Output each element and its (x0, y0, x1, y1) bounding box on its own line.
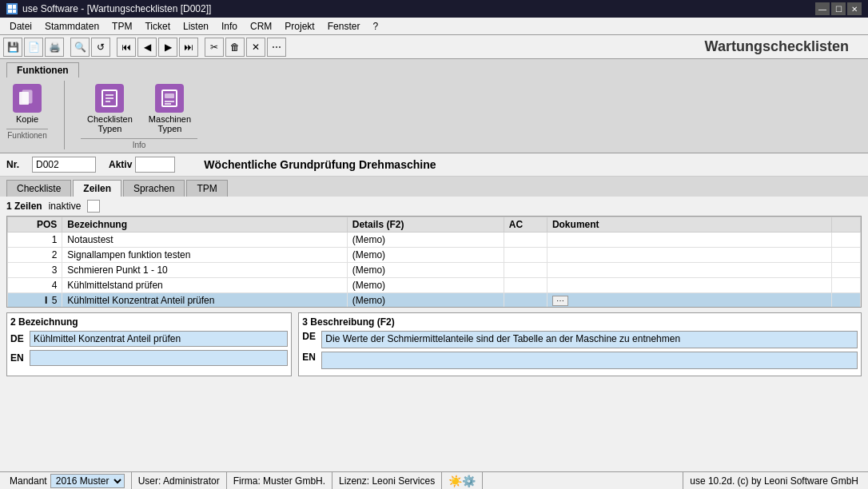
status-firma: Firma: Muster GmbH. (227, 472, 332, 489)
menu-bar: Datei Stammdaten TPM Ticket Listen Info … (0, 18, 868, 35)
row1-details: (Memo) (347, 233, 504, 248)
table-row[interactable]: 1 Notaustest (Memo) (8, 233, 861, 248)
close-button[interactable]: ✕ (847, 2, 862, 15)
status-icons[interactable]: ☀️ ⚙️ (442, 472, 483, 489)
section-beschreibung: 3 Beschreibung (F2) DE Die Werte der Sch… (298, 312, 862, 376)
zeilen-section-label: 1 Zeilen (6, 201, 42, 212)
row1-arrow (832, 233, 861, 248)
cut-button[interactable]: ✂ (205, 38, 224, 57)
menu-info[interactable]: Info (215, 19, 244, 34)
section2-de-input[interactable] (30, 331, 288, 347)
cancel-button[interactable]: ✕ (246, 38, 265, 57)
status-user: User: Administrator (132, 472, 227, 489)
row3-dokument (547, 263, 831, 278)
menu-datei[interactable]: Datei (3, 19, 38, 34)
more-button[interactable]: ⋯ (267, 38, 286, 57)
section3-en-textarea[interactable] (321, 352, 858, 369)
tab-zeilen[interactable]: Zeilen (73, 180, 121, 197)
kopie-icon (13, 84, 42, 113)
last-button[interactable]: ⏭ (179, 38, 198, 57)
maschinen-typen-button[interactable]: MaschinenTypen (142, 81, 197, 137)
menu-listen[interactable]: Listen (177, 19, 215, 34)
mandant-select[interactable]: 2016 Muster (50, 474, 125, 488)
svg-rect-1 (22, 90, 32, 103)
tab-content: 1 Zeilen inaktive POS Bezeichnung Detail… (0, 197, 868, 489)
ribbon: Funktionen Kopie Funktione (0, 59, 868, 153)
menu-fenster[interactable]: Fenster (321, 19, 367, 34)
title-bar-controls[interactable]: — ☐ ✕ (815, 2, 862, 15)
row3-ac (504, 263, 547, 278)
row5-pos: I 5 (8, 293, 62, 308)
row4-details: (Memo) (347, 278, 504, 293)
zeilen-table: POS Bezeichnung Details (F2) AC Dokument… (7, 217, 861, 308)
print-button[interactable]: 🖨️ (45, 38, 64, 57)
kopie-label: Kopie (16, 114, 38, 124)
row2-ac (504, 248, 547, 263)
inaktive-label: inaktive (49, 201, 82, 212)
save-button[interactable]: 💾 (3, 38, 22, 57)
row4-bezeichnung: Kühlmittelstand prüfen (62, 278, 347, 293)
minimize-button[interactable]: — (815, 2, 830, 15)
inaktive-checkbox[interactable] (87, 200, 100, 213)
bottom-sections: 2 Bezeichnung DE EN 3 Beschreibung (F2) … (6, 312, 862, 376)
delete-button[interactable]: 🗑 (225, 38, 245, 57)
section3-lang-de: DE (302, 331, 318, 342)
refresh-button[interactable]: ↺ (91, 38, 110, 57)
ribbon-tab-funktionen[interactable]: Funktionen (6, 62, 79, 78)
kopie-button[interactable]: Kopie (6, 81, 48, 127)
row2-dokument (547, 248, 831, 263)
form-title: Wöchentliche Grundprüfung Drehmaschine (204, 158, 436, 171)
settings-icon[interactable]: ⚙️ (462, 475, 476, 487)
prev-button[interactable]: ◀ (137, 38, 157, 57)
form-area: Nr. Aktiv Wöchentliche Grundprüfung Dreh… (0, 153, 868, 177)
restore-button[interactable]: ☐ (831, 2, 846, 15)
menu-stammdaten[interactable]: Stammdaten (38, 19, 106, 34)
app-logo (6, 3, 18, 14)
table-row[interactable]: 4 Kühlmittelstand prüfen (Memo) (8, 278, 861, 293)
menu-help[interactable]: ? (366, 19, 384, 34)
menu-ticket[interactable]: Ticket (138, 19, 177, 34)
zeilen-header: 1 Zeilen inaktive (6, 200, 862, 213)
more-dokument-button[interactable]: ⋯ (552, 296, 568, 306)
checklisten-typen-label: ChecklistenTypen (87, 114, 133, 133)
checklisten-typen-button[interactable]: ChecklistenTypen (81, 81, 139, 137)
row1-bezeichnung: Notaustest (62, 233, 347, 248)
checklisten-icon (95, 84, 124, 113)
col-header-details: Details (F2) (347, 217, 504, 233)
section3-de-textarea[interactable]: Die Werte der Schmiermittelanteile sind … (321, 331, 858, 348)
menu-projekt[interactable]: Projekt (278, 19, 321, 34)
new-button[interactable]: 📄 (24, 38, 43, 57)
table-row[interactable]: 2 Signallampen funktion testen (Memo) (8, 248, 861, 263)
ribbon-group-info: ChecklistenTypen MaschinenTypen (81, 81, 197, 149)
aktiv-checkbox[interactable] (135, 157, 175, 173)
status-version: use 10.2d. (c) by Leoni Software GmbH (683, 472, 865, 489)
search-button[interactable]: 🔍 (70, 38, 90, 57)
row5-details: (Memo) (347, 293, 504, 308)
row2-bezeichnung: Signallampen funktion testen (62, 248, 347, 263)
title-bar-text: use Software - [Wartungschecklisten [D00… (22, 3, 211, 14)
toolbar-title: Wartungschecklisten (705, 38, 865, 55)
nr-label: Nr. (6, 159, 19, 170)
nr-input[interactable] (32, 157, 96, 173)
tab-checkliste[interactable]: Checkliste (6, 180, 71, 197)
menu-tpm[interactable]: TPM (106, 19, 138, 34)
section2-en-input[interactable] (30, 350, 288, 366)
table-row-selected[interactable]: I 5 Kühlmittel Konzentrat Anteil prüfen … (8, 293, 861, 308)
tab-sprachen[interactable]: Sprachen (123, 180, 185, 197)
col-header-arrow (832, 217, 861, 233)
table-row[interactable]: 3 Schmieren Punkt 1 - 10 (Memo) (8, 263, 861, 278)
row5-dokument: ⋯ (547, 293, 831, 308)
toolbar: 💾 📄 🖨️ 🔍 ↺ ⏮ ◀ ▶ ⏭ ✂ 🗑 ✕ ⋯ Wartungscheck… (0, 35, 868, 59)
next-button[interactable]: ▶ (158, 38, 177, 57)
tabs-bar: Checkliste Zeilen Sprachen TPM (0, 177, 868, 197)
sun-icon[interactable]: ☀️ (448, 475, 462, 487)
tab-tpm[interactable]: TPM (186, 180, 227, 197)
first-button[interactable]: ⏮ (117, 38, 136, 57)
row3-pos: 3 (8, 263, 62, 278)
svg-rect-7 (165, 93, 174, 98)
menu-crm[interactable]: CRM (244, 19, 278, 34)
title-bar: use Software - [Wartungschecklisten [D00… (0, 0, 868, 18)
section2-lang-en: EN (10, 352, 26, 364)
col-header-pos: POS (8, 217, 62, 233)
status-mandant: Mandant 2016 Muster (3, 472, 132, 489)
